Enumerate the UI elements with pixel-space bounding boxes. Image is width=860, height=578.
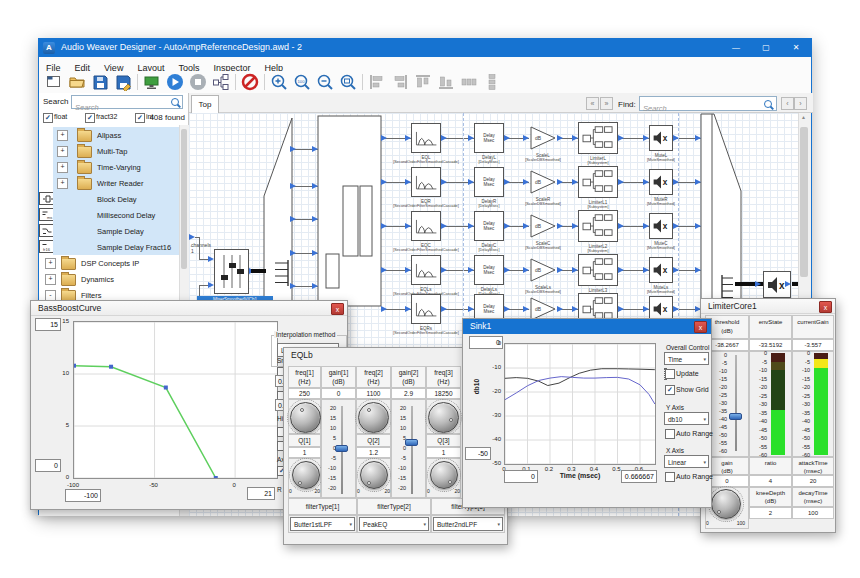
x-auto-range-checkbox[interactable] (665, 472, 675, 482)
x-max-input[interactable]: 21 (247, 487, 275, 500)
block-limiterl[interactable] (578, 122, 618, 154)
pin-icon[interactable] (618, 223, 624, 229)
pin-icon[interactable] (557, 135, 563, 141)
y-axis-dropdown[interactable]: db10▾ (664, 412, 709, 425)
expand-icon[interactable]: + (57, 178, 68, 189)
q-1-knob[interactable] (292, 461, 320, 489)
pin-icon[interactable] (441, 135, 447, 141)
sink1-chart[interactable] (504, 343, 656, 465)
block-scaler[interactable]: dB (529, 169, 557, 195)
gain-1-slider-thumb[interactable] (335, 445, 348, 452)
block-delayr[interactable]: Delay Msec (474, 167, 504, 197)
pin-icon[interactable] (290, 146, 296, 152)
filter-checkbox-int[interactable]: ✓ (135, 113, 145, 123)
pin-icon[interactable] (557, 179, 563, 185)
expand-icon[interactable]: + (45, 274, 56, 285)
block-eqc[interactable] (411, 211, 441, 241)
block-eqr[interactable] (411, 167, 441, 197)
pin-icon[interactable] (290, 250, 296, 256)
pin-icon[interactable] (618, 306, 624, 312)
pin-icon[interactable] (312, 216, 318, 222)
zoom-in-icon[interactable] (270, 73, 288, 91)
limitercore1-close-icon[interactable]: x (819, 301, 832, 313)
tree-item-dynamics[interactable]: +Dynamics (39, 271, 189, 287)
disconnect-icon[interactable] (241, 73, 259, 91)
pin-icon[interactable] (312, 283, 318, 289)
pin-icon[interactable] (381, 223, 387, 229)
pin-icon[interactable] (618, 179, 624, 185)
q-3-knob[interactable] (430, 461, 458, 489)
search-input[interactable]: Search (71, 95, 183, 109)
block-delayc[interactable]: Delay Msec (474, 211, 504, 241)
scroll-up-icon[interactable]: ▲ (801, 114, 806, 120)
close-button[interactable]: ✕ (781, 39, 811, 57)
routing-icon[interactable] (212, 73, 230, 91)
pin-icon[interactable] (557, 306, 563, 312)
filtertype-1-dropdown[interactable]: Butter1stLPF▾ (290, 517, 355, 531)
x-axis-dropdown[interactable]: Linear▾ (664, 455, 709, 468)
pin-icon[interactable] (504, 135, 510, 141)
zoom-actual-icon[interactable]: 100 (293, 73, 311, 91)
align-bottom-icon[interactable] (437, 73, 455, 91)
align-right-icon[interactable] (391, 73, 409, 91)
pin-icon[interactable] (618, 267, 624, 273)
pin-icon[interactable] (557, 267, 563, 273)
sink1-ymin-input[interactable]: -50 (465, 447, 491, 460)
pin-icon[interactable] (441, 306, 447, 312)
pin-icon[interactable] (618, 135, 624, 141)
pin-icon[interactable] (504, 223, 510, 229)
block-delayls[interactable]: Delay Msec (474, 255, 504, 285)
stop-icon[interactable] (189, 73, 207, 91)
threshold-slider-thumb[interactable] (729, 413, 742, 420)
bassboost-chart[interactable] (73, 321, 278, 479)
find-prev-button[interactable]: ‹ (781, 97, 794, 110)
pin-icon[interactable] (695, 267, 701, 273)
pin-icon[interactable] (441, 179, 447, 185)
distribute-vertical-icon[interactable] (483, 73, 501, 91)
find-input[interactable]: Search (639, 96, 777, 111)
tab-top[interactable]: Top (191, 95, 219, 113)
block-limiterl3[interactable] (578, 254, 618, 286)
tree-item-millisecond-delay[interactable]: msMillisecond Delay (39, 207, 189, 223)
block-scalec[interactable]: dB (529, 213, 557, 239)
tree-scrollbar-thumb[interactable] (181, 129, 187, 269)
pin-icon[interactable] (312, 146, 318, 152)
pin-icon[interactable] (381, 306, 387, 312)
pin-icon[interactable] (441, 267, 447, 273)
pin-icon[interactable] (504, 306, 510, 312)
tree-item-block-delay[interactable]: Block Delay (39, 191, 189, 207)
pin-icon[interactable] (695, 179, 701, 185)
pin-icon[interactable] (312, 250, 318, 256)
save-icon[interactable] (91, 73, 109, 91)
zoom-fit-icon[interactable] (339, 73, 357, 91)
block-limiterl2[interactable] (578, 210, 618, 242)
gain-2-slider-thumb[interactable] (405, 439, 418, 446)
align-left-icon[interactable] (368, 73, 386, 91)
expand-icon[interactable]: + (57, 162, 68, 173)
block-limiterl1[interactable] (578, 166, 618, 198)
filtertype-2-dropdown[interactable]: PeakEQ▾ (359, 517, 429, 531)
find-prev-page-button[interactable]: « (586, 97, 599, 110)
q-2-knob[interactable] (360, 461, 388, 489)
pin-icon[interactable] (695, 135, 701, 141)
sink1-close-icon[interactable]: x (694, 321, 707, 333)
block-scalels[interactable]: dB (529, 257, 557, 283)
freq-1-knob[interactable] (290, 402, 321, 433)
block-mutels[interactable]: x (649, 257, 673, 283)
filter-checkbox-fract32[interactable]: ✓ (85, 113, 95, 123)
zoom-out-icon[interactable] (316, 73, 334, 91)
show-grid-checkbox[interactable]: ✓ (665, 385, 675, 395)
expand-icon[interactable]: + (45, 258, 56, 269)
block-eql[interactable] (411, 123, 441, 153)
pin-icon[interactable] (381, 267, 387, 273)
deploy-to-target-icon[interactable] (143, 73, 161, 91)
minimize-button[interactable]: — (721, 39, 751, 57)
block-scalel[interactable]: dB (529, 125, 557, 151)
block-mutec[interactable]: x (649, 213, 673, 239)
maximize-button[interactable]: ▢ (751, 39, 781, 57)
save-as-icon[interactable] (114, 73, 132, 91)
freq-3-knob[interactable] (428, 402, 459, 433)
block-eqrs[interactable] (411, 294, 441, 324)
pin-icon[interactable] (557, 223, 563, 229)
run-icon[interactable] (166, 73, 184, 91)
